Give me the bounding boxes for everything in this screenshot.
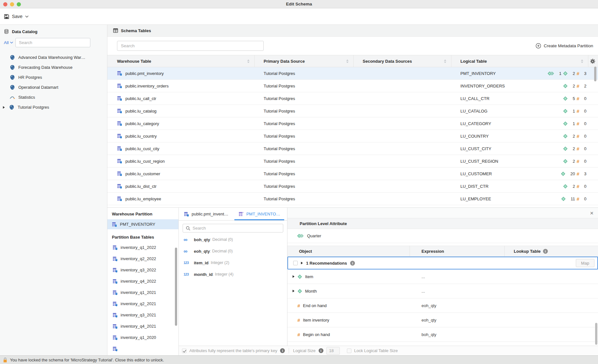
sidebar-item-advanced-data-warehousing-war[interactable]: Advanced Data Warehousing War… [0, 52, 107, 62]
warehouse-table-name: public.lu_call_ctr [125, 96, 156, 101]
logical-size-input[interactable] [326, 347, 340, 355]
sidebar-item-hr-postgres[interactable]: HR Postgres [0, 72, 107, 82]
attribute-diamond-icon [561, 196, 566, 201]
tab-pmt-invento[interactable]: PMT_INVENTO… [233, 208, 285, 220]
create-metadata-partition-label: Create Metadata Partition [544, 43, 593, 48]
close-window-button[interactable] [3, 2, 7, 6]
column-settings-gear[interactable] [588, 55, 598, 67]
sort-icon[interactable] [346, 59, 349, 63]
table-row[interactable]: public.lu_employee Tutorial Postgres LU_… [107, 193, 598, 205]
field-item-month_id[interactable]: 123 month_id: Integer (4) [179, 268, 287, 280]
column-header-warehouse-table[interactable]: Warehouse Table [107, 55, 255, 67]
catalog-filter-dropdown[interactable]: All [4, 40, 13, 45]
recommendations-checkbox[interactable] [293, 261, 298, 265]
mapping-panel: × Partition Level Attribute Quarter Obje… [287, 208, 598, 346]
map-button[interactable]: Map [576, 259, 594, 267]
object-cell: #Begin on hand [287, 327, 410, 341]
table-row[interactable]: public.lu_customer Tutorial Postgres LU_… [107, 168, 598, 180]
table-row[interactable]: public.inventory_orders Tutorial Postgre… [107, 80, 598, 92]
warehouse-partition-item[interactable]: PMT_INVENTORY [107, 219, 178, 229]
fact-hash-icon: # [576, 71, 579, 76]
base-table-item[interactable]: inventory_q2_2022 [107, 253, 178, 264]
close-icon[interactable]: × [590, 210, 593, 216]
save-button[interactable]: Save [4, 14, 29, 19]
warehouse-table-icon [117, 171, 122, 176]
table-row[interactable]: public.lu_cust_region Tutorial Postgres … [107, 155, 598, 168]
recommendations-row[interactable]: 1 Recommendations i Map [287, 257, 598, 269]
sort-icon[interactable] [247, 59, 250, 63]
primary-data-source-cell: Tutorial Postgres [255, 80, 354, 92]
primary-data-source-cell: Tutorial Postgres [255, 92, 354, 105]
warehouse-table-name: public.lu_category [125, 121, 159, 126]
base-table-item[interactable]: inventory_q2_2021 [107, 298, 178, 309]
sidebar-item-label: Statistics [18, 95, 35, 100]
primary-key-checkbox[interactable] [182, 349, 186, 353]
expand-triangle-icon[interactable] [293, 275, 294, 278]
table-row[interactable]: public.lu_country Tutorial Postgres LU_C… [107, 130, 598, 142]
partition-count: 1 [559, 71, 561, 76]
decimal-type-icon: ∞ [184, 249, 192, 254]
schema-table-search-input[interactable] [117, 41, 264, 51]
fields-search-input[interactable] [193, 226, 280, 231]
catalog-search-input[interactable] [15, 38, 90, 47]
expand-triangle-icon[interactable] [3, 106, 5, 109]
schema-tables-header: Schema Tables [107, 25, 598, 37]
warehouse-table-name: public.lu_dist_ctr [125, 184, 157, 189]
secondary-data-sources-cell [354, 142, 451, 155]
maximize-window-button[interactable] [17, 2, 21, 6]
fact-count: 0 [584, 196, 586, 201]
info-icon[interactable]: i [350, 261, 355, 266]
expand-triangle-icon[interactable] [301, 262, 303, 264]
base-table-item[interactable]: inventory_q4_2021 [107, 321, 178, 332]
logical-table-footer: Attributes fully represent the table's p… [179, 346, 598, 355]
mapping-row-begin-on-hand[interactable]: #Begin on hand boh_qty [287, 327, 598, 342]
info-icon[interactable]: i [280, 348, 285, 353]
info-icon[interactable]: i [319, 348, 323, 353]
schema-table-scrollbar[interactable] [594, 67, 596, 81]
logical-table-badges: 20 #3 [561, 171, 586, 176]
sort-icon[interactable] [581, 59, 584, 63]
table-row[interactable]: public.lu_dist_ctr Tutorial Postgres LU_… [107, 180, 598, 193]
tab-public-pmt-invent[interactable]: public.pmt_invent… [179, 208, 233, 220]
expand-triangle-icon[interactable] [293, 290, 294, 292]
base-tables-scrollbar[interactable] [175, 248, 177, 326]
column-header-primary-data-source[interactable]: Primary Data Source [255, 55, 354, 67]
base-table-item[interactable]: inventory_q1_2020 [107, 332, 178, 343]
mapping-row-end-on-hand[interactable]: #End on hand eoh_qty [287, 298, 598, 313]
sidebar-item-operational-datamart[interactable]: Operational Datamart [0, 82, 107, 92]
sidebar-item-forecasting-data-warehouse[interactable]: Forecasting Data Warehouse [0, 62, 107, 72]
warehouse-table-icon [117, 83, 122, 88]
column-header-logical-table[interactable]: Logical Table [451, 55, 588, 67]
info-icon[interactable]: i [543, 249, 548, 254]
field-item-boh_qty[interactable]: ∞ boh_qty: Decimal (0) [179, 234, 287, 245]
table-row[interactable]: public.lu_category Tutorial Postgres LU_… [107, 117, 598, 130]
mapping-row-item[interactable]: Item ... [287, 269, 598, 284]
lock-logical-size-checkbox[interactable] [347, 349, 351, 353]
partition-attribute-row[interactable]: Quarter [287, 229, 598, 243]
fact-hash-icon: # [576, 196, 579, 201]
base-table-item[interactable]: inventory_q3_2021 [107, 309, 178, 321]
mapping-row-item-inventory[interactable]: #Item inventory eoh_qty [287, 313, 598, 327]
base-table-item[interactable]: inventory_q4_2022 [107, 276, 178, 287]
base-table-item-partial[interactable] [107, 343, 178, 354]
table-row[interactable]: public.lu_cust_city Tutorial Postgres LU… [107, 142, 598, 155]
column-header-secondary-data-sources[interactable]: Secondary Data Sources [354, 55, 451, 67]
table-row[interactable]: public.lu_catalog Tutorial Postgres LU_C… [107, 105, 598, 117]
mapping-scrollbar[interactable] [595, 323, 597, 345]
base-table-item[interactable]: inventory_q1_2021 [107, 287, 178, 298]
sort-icon[interactable] [444, 59, 447, 63]
table-row[interactable]: public.pmt_inventory Tutorial Postgres P… [107, 67, 598, 80]
warehouse-table-cell: public.lu_category [107, 117, 255, 130]
base-table-item[interactable]: inventory_q3_2022 [107, 264, 178, 276]
sidebar-item-tutorial-postgres[interactable]: Tutorial Postgres [0, 102, 107, 112]
create-metadata-partition-button[interactable]: Create Metadata Partition [536, 43, 593, 49]
base-table-item[interactable]: inventory_q1_2022 [107, 242, 178, 253]
fact-hash-icon: # [576, 84, 579, 88]
sidebar-item-statistics[interactable]: Statistics [0, 92, 107, 102]
minimize-window-button[interactable] [10, 2, 14, 6]
schema-table-controls: Create Metadata Partition [107, 37, 598, 55]
mapping-row-month[interactable]: Month ... [287, 284, 598, 298]
field-item-item_id[interactable]: 123 item_id: Integer (2) [179, 257, 287, 268]
table-row[interactable]: public.lu_call_ctr Tutorial Postgres LU_… [107, 92, 598, 105]
field-item-eoh_qty[interactable]: ∞ eoh_qty: Decimal (0) [179, 245, 287, 257]
